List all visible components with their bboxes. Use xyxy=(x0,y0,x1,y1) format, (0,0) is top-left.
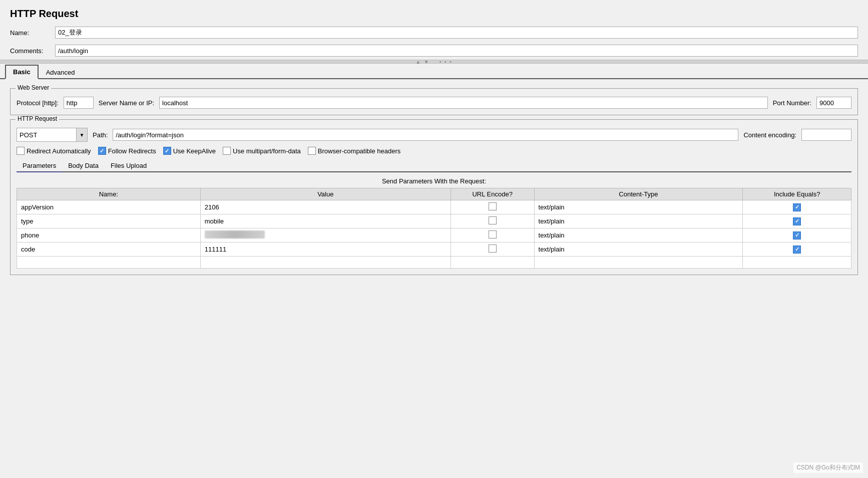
subtab-files-upload[interactable]: Files Upload xyxy=(105,160,153,171)
cell-includeequals xyxy=(743,257,851,269)
comments-row: Comments: xyxy=(0,42,868,60)
name-label: Name: xyxy=(10,29,55,37)
table-row: type mobile text/plain ✓ xyxy=(17,214,851,228)
checkbox-keepalive-label: Use KeepAlive xyxy=(173,147,216,155)
cell-urlencode[interactable] xyxy=(451,243,534,257)
checkmark-icon: ✓ xyxy=(100,148,104,154)
cell-contenttype: text/plain xyxy=(534,243,743,257)
url-encode-checkbox-2[interactable] xyxy=(489,216,497,224)
method-path-row: POST GET PUT DELETE ▼ Path: Content enco… xyxy=(17,128,851,142)
subtab-body-data[interactable]: Body Data xyxy=(62,160,105,171)
checkbox-redirect-auto-box[interactable] xyxy=(17,147,25,155)
comments-input[interactable] xyxy=(55,45,858,57)
cell-name: phone xyxy=(17,228,201,243)
subtab-parameters[interactable]: Parameters xyxy=(17,160,62,172)
cell-value xyxy=(200,257,451,269)
cell-includeequals[interactable]: ✓ xyxy=(743,200,851,214)
cell-name: code xyxy=(17,243,201,257)
checkbox-keepalive-box[interactable]: ✓ xyxy=(163,147,171,155)
col-header-name: Name: xyxy=(17,188,201,200)
server-name-input[interactable] xyxy=(159,97,768,109)
include-equals-checkbox-4[interactable]: ✓ xyxy=(793,246,801,254)
cell-name: appVersion xyxy=(17,200,201,214)
encoding-label: Content encoding: xyxy=(743,131,796,139)
method-dropdown-btn[interactable]: ▼ xyxy=(77,128,88,142)
checkmark-icon-3: ✓ xyxy=(795,204,799,210)
method-select[interactable]: POST GET PUT DELETE xyxy=(17,128,77,142)
cell-contenttype: text/plain xyxy=(534,200,743,214)
checkbox-follow-redirects-box[interactable]: ✓ xyxy=(98,147,106,155)
comments-label: Comments: xyxy=(10,47,55,55)
http-request-group: HTTP Request POST GET PUT DELETE ▼ Path: xyxy=(10,119,858,275)
checkboxes-row: Redirect Automatically ✓ Follow Redirect… xyxy=(17,147,851,155)
cell-urlencode[interactable] xyxy=(451,214,534,228)
cell-name xyxy=(17,257,201,269)
chevron-down-icon: ▼ xyxy=(80,132,85,138)
checkbox-follow-redirects-label: Follow Redirects xyxy=(108,147,156,155)
path-input[interactable] xyxy=(113,129,738,141)
web-server-label: Web Server xyxy=(16,84,51,91)
checkbox-follow-redirects[interactable]: ✓ Follow Redirects xyxy=(98,147,156,155)
include-equals-checkbox-2[interactable]: ✓ xyxy=(793,217,801,225)
tab-advanced[interactable]: Advanced xyxy=(39,66,83,79)
col-header-urlencode: URL Encode? xyxy=(451,188,534,200)
checkmark-icon-2: ✓ xyxy=(165,148,169,154)
checkbox-browser-headers-label: Browser-compatible headers xyxy=(318,147,400,155)
tab-basic[interactable]: Basic xyxy=(5,65,39,79)
checkbox-multipart-label: Use multipart/form-data xyxy=(233,147,301,155)
name-input[interactable] xyxy=(55,27,858,39)
web-server-group: Web Server Protocol [http]: Server Name … xyxy=(10,88,858,115)
checkmark-icon-5: ✓ xyxy=(795,232,799,238)
cell-contenttype: text/plain xyxy=(534,214,743,228)
protocol-input[interactable] xyxy=(64,97,94,109)
table-row: phone text/plain ✓ xyxy=(17,228,851,243)
cell-includeequals[interactable]: ✓ xyxy=(743,243,851,257)
cell-contenttype: text/plain xyxy=(534,228,743,243)
cell-urlencode[interactable] xyxy=(451,228,534,243)
port-label: Port Number: xyxy=(773,99,811,107)
cell-value: 2106 xyxy=(200,200,451,214)
url-encode-checkbox-1[interactable] xyxy=(489,202,497,210)
cell-urlencode xyxy=(451,257,534,269)
web-server-row: Protocol [http]: Server Name or IP: Port… xyxy=(17,97,851,109)
encoding-input[interactable] xyxy=(801,129,851,141)
include-equals-checkbox-1[interactable]: ✓ xyxy=(793,203,801,211)
watermark: CSDN @Go和分布式IM xyxy=(793,462,863,473)
blurred-phone-value xyxy=(205,230,265,238)
cell-value xyxy=(200,228,451,243)
cell-urlencode[interactable] xyxy=(451,200,534,214)
col-header-contenttype: Content-Type xyxy=(534,188,743,200)
table-row: code 111111 text/plain ✓ xyxy=(17,243,851,257)
section-content: Web Server Protocol [http]: Server Name … xyxy=(0,79,868,284)
params-title: Send Parameters With the Request: xyxy=(17,177,851,185)
checkbox-redirect-auto-label: Redirect Automatically xyxy=(27,147,91,155)
table-row: appVersion 2106 text/plain ✓ xyxy=(17,200,851,214)
server-label: Server Name or IP: xyxy=(99,99,154,107)
path-label: Path: xyxy=(93,131,108,139)
checkbox-multipart-box[interactable] xyxy=(223,147,231,155)
cell-name: type xyxy=(17,214,201,228)
page-title: HTTP Request xyxy=(0,0,868,24)
checkbox-keepalive[interactable]: ✓ Use KeepAlive xyxy=(163,147,216,155)
main-container: HTTP Request Name: Comments: ▲ ▼ • • • B… xyxy=(0,0,868,478)
checkmark-icon-6: ✓ xyxy=(795,246,799,253)
cell-value: mobile xyxy=(200,214,451,228)
table-row xyxy=(17,257,851,269)
checkbox-redirect-auto[interactable]: Redirect Automatically xyxy=(17,147,91,155)
checkbox-browser-headers[interactable]: Browser-compatible headers xyxy=(308,147,400,155)
url-encode-checkbox-4[interactable] xyxy=(489,245,497,253)
col-header-includeequals: Include Equals? xyxy=(743,188,851,200)
checkbox-browser-headers-box[interactable] xyxy=(308,147,316,155)
cell-includeequals[interactable]: ✓ xyxy=(743,214,851,228)
checkmark-icon-4: ✓ xyxy=(795,218,799,224)
divider-bar[interactable]: ▲ ▼ • • • xyxy=(0,60,868,64)
name-row: Name: xyxy=(0,24,868,42)
port-input[interactable] xyxy=(816,97,851,109)
include-equals-checkbox-3[interactable]: ✓ xyxy=(793,231,801,240)
url-encode-checkbox-3[interactable] xyxy=(489,230,497,238)
col-header-value: Value xyxy=(200,188,451,200)
cell-includeequals[interactable]: ✓ xyxy=(743,228,851,243)
checkbox-multipart[interactable]: Use multipart/form-data xyxy=(223,147,301,155)
cell-value: 111111 xyxy=(200,243,451,257)
params-table: Name: Value URL Encode? Content-Type Inc… xyxy=(17,188,851,269)
